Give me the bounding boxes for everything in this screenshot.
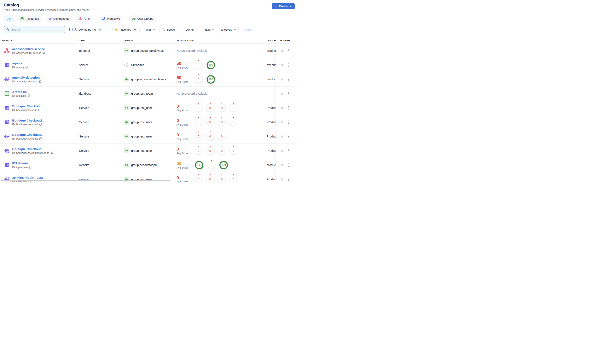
entity-name-link[interactable]: Artists DB <box>12 90 27 94</box>
favorite-star-button[interactable] <box>280 63 284 67</box>
tags-dropdown[interactable]: Tags <box>202 26 217 33</box>
chevron-down-icon <box>196 29 198 30</box>
owner-cell: group:test_user <box>120 120 174 125</box>
owner-cell: group:test_user <box>120 105 174 111</box>
scope-dropdown[interactable]: Scope <box>160 26 181 33</box>
copy-icon[interactable] <box>39 80 42 83</box>
favorite-star-button[interactable] <box>280 106 284 110</box>
copy-icon[interactable] <box>39 123 42 126</box>
tab-all[interactable]: All <box>4 15 14 22</box>
lifecycle-cell: Production <box>263 149 276 152</box>
kebab-menu-button[interactable] <box>287 105 290 111</box>
column-header-name[interactable]: NAME <box>0 39 76 42</box>
search-input[interactable] <box>11 28 63 31</box>
reset-button[interactable]: Reset <box>244 28 252 31</box>
favorite-star-button[interactable] <box>280 120 284 124</box>
tab-user-groups[interactable]: User Groups <box>129 15 157 22</box>
avg-score: 0Avg Score <box>177 147 190 155</box>
entity-id: ID: boutiquecheckout <box>12 109 36 112</box>
entity-id: ID: artistsdb <box>12 94 26 97</box>
kebab-menu-button[interactable] <box>287 91 290 96</box>
favorite-star-button[interactable] <box>280 149 284 153</box>
tab-all-label: All <box>7 17 11 20</box>
owner-label: group:test_user <box>131 135 152 138</box>
favorites-filter[interactable]: Favorites 0 <box>107 26 140 33</box>
avg-score: 0Avg Score <box>177 104 190 112</box>
favorite-star-button[interactable] <box>280 134 284 139</box>
copy-icon[interactable] <box>25 66 28 69</box>
search-icon <box>6 28 9 31</box>
star-icon <box>114 28 118 31</box>
entity-name-link[interactable]: anomaly-detection <box>12 76 40 79</box>
person-icon <box>74 28 77 31</box>
tab-workflows[interactable]: Workflows <box>99 15 123 22</box>
tab-components[interactable]: Components <box>45 15 73 22</box>
lifecycle-dropdown[interactable]: Lifecycle <box>219 26 239 33</box>
copy-icon[interactable] <box>27 94 30 97</box>
entity-name-link[interactable]: Jenkins Plugin Tesst <box>12 176 43 179</box>
entity-name-link[interactable]: Boutique Checkout1 <box>12 119 42 122</box>
favorite-star-button[interactable] <box>280 77 284 81</box>
favorite-star-button[interactable] <box>280 177 284 181</box>
owned-by-me-checkbox[interactable] <box>69 28 72 31</box>
sort-ascending-icon <box>11 40 12 41</box>
actions-cell <box>276 144 298 158</box>
entity-kind-tabs: All Resources Components APIs Workflows … <box>4 15 298 22</box>
kebab-menu-button[interactable] <box>287 177 290 182</box>
entity-name-link[interactable]: IDP Admin <box>12 161 28 165</box>
kebab-menu-button[interactable] <box>287 63 290 68</box>
name-cell: Boutique Checkout ID: boutiquecheckout <box>0 104 76 112</box>
tab-components-label: Components <box>53 17 69 20</box>
copy-icon[interactable] <box>42 52 45 54</box>
scorecards-cell: 0Avg Score0000 <box>174 103 263 112</box>
scorecard-ring: 0 <box>208 161 215 169</box>
table-scroll-area: NAME TYPE OWNER SCORECARDS LIFECYCLE acc… <box>0 37 276 182</box>
copy-icon[interactable] <box>39 137 42 140</box>
kebab-menu-button[interactable] <box>287 77 290 82</box>
kebab-menu-button[interactable] <box>287 162 290 168</box>
favorites-checkbox[interactable] <box>110 28 113 31</box>
entity-name-link[interactable]: Boutique Checkout <box>12 147 41 151</box>
favorite-star-button[interactable] <box>280 91 284 96</box>
create-button[interactable]: Create <box>272 3 295 9</box>
component-icon <box>48 17 52 21</box>
horizontal-scrollbar-thumb[interactable] <box>1 180 170 181</box>
score-divider <box>191 75 191 84</box>
tab-apis-label: APIs <box>84 17 90 20</box>
search-box[interactable] <box>4 26 65 33</box>
favorite-star-button[interactable] <box>280 163 284 167</box>
tab-apis[interactable]: APIs <box>75 15 93 22</box>
table-row: anomaly-detection ID: anomaly-detection … <box>0 72 276 87</box>
entity-name-link[interactable]: accesscontrol-service <box>12 47 45 51</box>
table-row: IDP Admin ID: idp-admin website group:ac… <box>0 158 276 172</box>
name-cell: IDP Admin ID: idp-admin <box>0 161 76 169</box>
workflow-icon <box>102 17 106 21</box>
type-cell: service <box>76 63 120 67</box>
copy-icon[interactable] <box>38 109 40 111</box>
type-cell: Service <box>76 135 120 138</box>
kebab-menu-button[interactable] <box>287 134 290 139</box>
copy-icon[interactable] <box>50 152 53 154</box>
entity-name-link[interactable]: Boutique Checkout2 <box>12 133 42 136</box>
owned-by-me-filter[interactable]: Owned by me 0 <box>67 26 104 33</box>
owner-dropdown[interactable]: Owner <box>183 26 200 33</box>
owner-dropdown-label: Owner <box>186 28 194 31</box>
tags-dropdown-label: Tags <box>205 28 211 31</box>
type-dropdown[interactable]: Type <box>143 26 158 33</box>
owner-cell: group:account/idpui <box>120 162 174 168</box>
kebab-menu-button[interactable] <box>287 120 290 125</box>
score-divider <box>191 60 191 70</box>
lifecycle-cell: experimental <box>263 63 276 67</box>
entity-name-link[interactable]: Boutique Checkout <box>12 104 41 108</box>
favorite-star-button[interactable] <box>280 49 284 53</box>
kebab-menu-button[interactable] <box>287 148 290 154</box>
group-icon <box>124 77 129 82</box>
scorecard-ring: 0 <box>195 133 202 140</box>
kebab-menu-button[interactable] <box>287 48 290 53</box>
entity-name-link[interactable]: agniva <box>12 62 22 65</box>
tab-resources[interactable]: Resources <box>17 15 42 22</box>
owner-cell: group:test_user <box>120 148 174 154</box>
scorecard-ring: 100 <box>206 75 215 84</box>
copy-icon[interactable] <box>29 166 31 168</box>
actions-cell <box>276 44 298 58</box>
